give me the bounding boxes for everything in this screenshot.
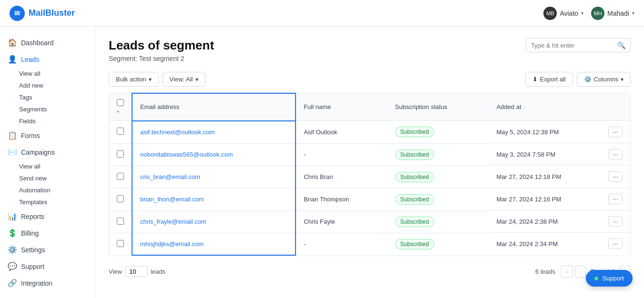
columns-icon: ⚙️	[584, 76, 592, 83]
row-actions-button[interactable]: ···	[608, 194, 623, 204]
sidebar-sub-fields[interactable]: Fields	[0, 115, 95, 127]
row-checkbox[interactable]	[117, 173, 124, 180]
support-bubble[interactable]: Support	[586, 270, 633, 287]
row-name-cell: -	[296, 233, 387, 255]
row-checkbox[interactable]	[117, 150, 124, 158]
sidebar-section-main: 🏠 Dashboard 👤 Leads View all Add new Tag…	[0, 34, 95, 291]
email-link[interactable]: chris_frayle@email.com	[140, 218, 206, 225]
user-avatar: MH	[591, 7, 604, 20]
table-footer: View leads 6 leads « ‹ Page 1/1 ›	[109, 260, 631, 283]
row-actions-button[interactable]: ···	[608, 238, 623, 249]
layout: 🏠 Dashboard 👤 Leads View all Add new Tag…	[0, 27, 644, 298]
table-row: brian_thon@email.com Brian Thompson Subs…	[109, 188, 630, 210]
sidebar-item-campaigns[interactable]: ✉️ Campaigns	[0, 144, 95, 160]
sidebar-item-reports[interactable]: 📊 Reports	[0, 208, 95, 225]
sidebar-item-label: Settings	[21, 246, 45, 254]
export-all-button[interactable]: ⬇ Export all	[525, 72, 573, 87]
row-email-cell: mhisjhdjks@email.com	[132, 233, 296, 255]
row-checkbox[interactable]	[117, 195, 124, 202]
row-added-cell: Mar 24, 2024 2:34 PM ···	[489, 233, 630, 255]
prev-page-button[interactable]: ‹	[575, 266, 585, 278]
sidebar-item-forms[interactable]: 📋 Forms	[0, 127, 95, 144]
account-switcher[interactable]: MB Aviato ▾	[543, 7, 583, 20]
total-leads: 6 leads	[535, 268, 555, 275]
email-link[interactable]: nobonitabiswas565@outlook.com	[140, 151, 233, 158]
row-added-cell: Mar 24, 2024 2:38 PM ···	[489, 210, 630, 233]
sort-chevron-icon: ▾	[117, 109, 119, 114]
row-added-cell: Mar 27, 2024 12:18 PM ···	[489, 166, 630, 188]
row-added-cell: May 3, 2024 7:58 PM ···	[489, 143, 630, 166]
view-filter-button[interactable]: View: All ▾	[163, 72, 205, 87]
sidebar-sub-tags[interactable]: Tags	[0, 91, 95, 103]
header-email: Email address	[132, 93, 296, 121]
table: ▾ Email address Full name Subscription s…	[109, 93, 630, 256]
per-page-input[interactable]	[125, 266, 148, 277]
sidebar-sub-send-new[interactable]: Send new	[0, 172, 95, 184]
integration-icon: 🔗	[8, 278, 17, 288]
page-title-area: Leads of segment Segment: Test segment 2	[109, 38, 214, 62]
sidebar-item-support[interactable]: 💬 Support	[0, 258, 95, 275]
dashboard-icon: 🏠	[8, 38, 17, 47]
row-actions-button[interactable]: ···	[608, 216, 623, 227]
sidebar-item-settings[interactable]: ⚙️ Settings	[0, 241, 95, 258]
row-checkbox-cell	[109, 188, 132, 210]
email-link[interactable]: asif.technext@outlook.com	[140, 129, 215, 136]
sidebar-sub-campaigns-view-all[interactable]: View all	[0, 160, 95, 172]
search-box[interactable]: 🔍	[526, 38, 631, 52]
sidebar-item-integration[interactable]: 🔗 Integration	[0, 275, 95, 291]
bulk-action-button[interactable]: Bulk action ▾	[109, 72, 159, 87]
email-link[interactable]: brian_thon@email.com	[140, 196, 204, 203]
first-page-button[interactable]: «	[561, 266, 573, 278]
sidebar-sub-templates[interactable]: Templates	[0, 196, 95, 208]
main-content: Leads of segment Segment: Test segment 2…	[95, 27, 644, 298]
header-status: Subscription status	[388, 93, 489, 121]
added-date: May 3, 2024 7:58 PM	[496, 151, 555, 158]
user-menu[interactable]: MH Mahadi ▾	[591, 7, 634, 20]
sidebar-item-label: Billing	[21, 229, 39, 237]
row-actions-button[interactable]: ···	[608, 149, 623, 159]
email-link[interactable]: mhisjhdjks@email.com	[140, 240, 204, 248]
sidebar-sub-automation[interactable]: Automation	[0, 184, 95, 196]
status-badge: Subscribed	[395, 149, 434, 160]
search-input[interactable]	[531, 42, 614, 49]
toolbar: Bulk action ▾ View: All ▾ ⬇ Export all ⚙…	[109, 72, 631, 87]
email-column-label: Email address	[140, 103, 179, 110]
row-status-cell: Subscribed	[388, 210, 489, 233]
sidebar-item-label: Support	[21, 263, 44, 270]
billing-icon: 💲	[8, 228, 17, 238]
sidebar-sub-segments[interactable]: Segments	[0, 103, 95, 115]
support-label: Support	[602, 275, 624, 282]
sidebar-item-label: Dashboard	[21, 39, 54, 47]
navbar-right: MB Aviato ▾ MH Mahadi ▾	[543, 7, 634, 20]
navbar: ✉ MailBluster MB Aviato ▾ MH Mahadi ▾	[0, 0, 644, 27]
export-icon: ⬇	[532, 76, 538, 83]
view-filter-label: View: All	[170, 76, 193, 83]
sidebar-item-dashboard[interactable]: 🏠 Dashboard	[0, 34, 95, 51]
row-checkbox[interactable]	[117, 240, 124, 247]
table-row: nobonitabiswas565@outlook.com - Subscrib…	[109, 143, 630, 166]
row-actions-button[interactable]: ···	[608, 127, 623, 137]
row-checkbox[interactable]	[117, 128, 124, 135]
row-status-cell: Subscribed	[388, 233, 489, 255]
sidebar-sub-add-new[interactable]: Add new	[0, 79, 95, 91]
row-checkbox-cell	[109, 121, 132, 144]
header-checkbox-col: ▾	[109, 93, 132, 121]
sidebar-item-leads[interactable]: 👤 Leads	[0, 51, 95, 68]
row-email-cell: chris_frayle@email.com	[132, 210, 296, 233]
brand-logo[interactable]: ✉ MailBluster	[10, 6, 75, 21]
email-link[interactable]: cris_bran@email.com	[140, 173, 200, 180]
sidebar-sub-view-all[interactable]: View all	[0, 68, 95, 79]
row-checkbox-cell	[109, 233, 132, 255]
row-email-cell: cris_bran@email.com	[132, 166, 296, 188]
header-row: ▾ Email address Full name Subscription s…	[109, 93, 630, 121]
logo-icon: ✉	[10, 6, 25, 21]
row-checkbox[interactable]	[117, 218, 124, 225]
select-all-checkbox[interactable]	[117, 99, 124, 106]
view-label: View	[109, 268, 122, 275]
row-name-cell: -	[296, 143, 387, 166]
row-status-cell: Subscribed	[388, 166, 489, 188]
columns-button[interactable]: ⚙️ Columns ▾	[577, 72, 631, 87]
sidebar-item-billing[interactable]: 💲 Billing	[0, 225, 95, 241]
row-actions-button[interactable]: ···	[608, 171, 623, 182]
table-row: mhisjhdjks@email.com - Subscribed Mar 24…	[109, 233, 630, 255]
